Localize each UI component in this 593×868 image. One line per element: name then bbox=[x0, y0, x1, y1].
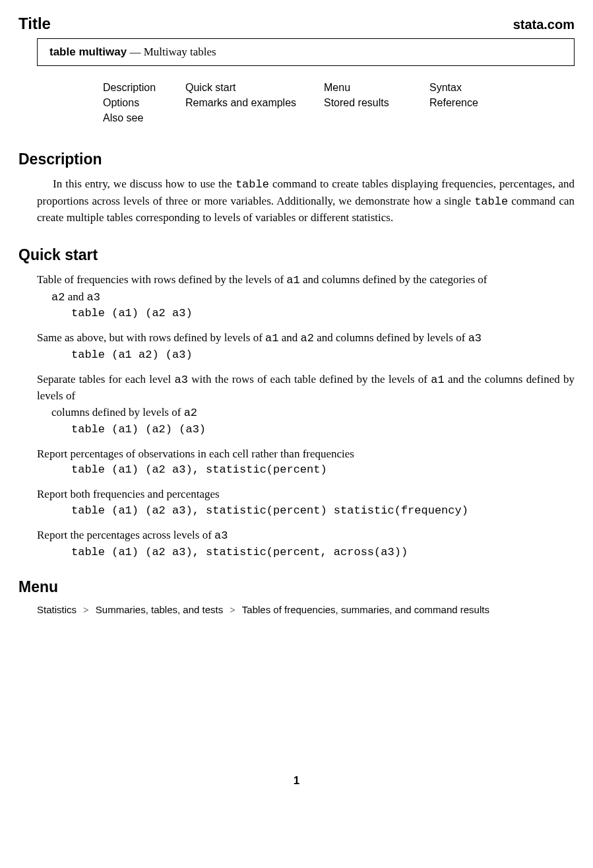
menu-segment: Summaries, tables, and tests bbox=[96, 604, 223, 615]
qs-code: table (a1) (a2 a3), statistic(percent, a… bbox=[37, 546, 575, 558]
quickstart-item: Report percentages of observations in ea… bbox=[37, 446, 575, 477]
desc-text: In this entry, we discuss how to use the bbox=[53, 178, 235, 190]
nav-remarks[interactable]: Remarks and examples bbox=[185, 97, 324, 109]
qs-desc: Report percentages of observations in ea… bbox=[37, 446, 575, 463]
desc-cmd: table bbox=[235, 178, 269, 191]
entry-separator: — bbox=[127, 46, 144, 58]
quickstart-item: Same as above, but with rows defined by … bbox=[37, 330, 575, 361]
title-box: table multiway — Multiway tables bbox=[37, 38, 575, 66]
quickstart-item: Report both frequencies and percentages … bbox=[37, 486, 575, 517]
nav-quick-start[interactable]: Quick start bbox=[185, 82, 324, 94]
qs-code: table (a1) (a2 a3), statistic(percent) s… bbox=[37, 504, 575, 517]
entry-command: table multiway bbox=[49, 46, 127, 58]
menu-separator-icon: > bbox=[226, 605, 239, 615]
page-number: 1 bbox=[18, 774, 575, 787]
brand-link[interactable]: stata.com bbox=[513, 17, 575, 32]
quickstart-item: Separate tables for each level a3 with t… bbox=[37, 372, 575, 436]
menu-segment: Tables of frequencies, summaries, and co… bbox=[242, 604, 489, 615]
menu-segment: Statistics bbox=[37, 604, 77, 615]
nav-syntax[interactable]: Syntax bbox=[429, 82, 509, 94]
qs-code: table (a1) (a2 a3) bbox=[37, 307, 575, 319]
nav-stored-results[interactable]: Stored results bbox=[324, 97, 429, 109]
nav-description[interactable]: Description bbox=[103, 82, 185, 94]
qs-code: table (a1 a2) (a3) bbox=[37, 349, 575, 361]
menu-separator-icon: > bbox=[79, 605, 92, 615]
qs-code: table (a1) (a2 a3), statistic(percent) bbox=[37, 463, 575, 476]
section-menu-heading: Menu bbox=[18, 578, 575, 596]
qs-desc: Report the percentages across levels of … bbox=[37, 527, 575, 545]
menu-path: Statistics > Summaries, tables, and test… bbox=[37, 604, 575, 616]
nav-menu[interactable]: Menu bbox=[324, 82, 429, 94]
desc-cmd: table bbox=[474, 195, 508, 208]
quickstart-item: Report the percentages across levels of … bbox=[37, 527, 575, 558]
nav-options[interactable]: Options bbox=[103, 97, 185, 109]
section-quickstart-heading: Quick start bbox=[18, 246, 575, 264]
nav-links: Description Quick start Menu Syntax Opti… bbox=[103, 82, 575, 124]
qs-desc: Table of frequencies with rows defined b… bbox=[37, 272, 575, 306]
qs-desc: Report both frequencies and percentages bbox=[37, 486, 575, 503]
description-paragraph: In this entry, we discuss how to use the… bbox=[37, 176, 575, 226]
title-row: Title stata.com bbox=[18, 15, 575, 33]
qs-desc: Same as above, but with rows defined by … bbox=[37, 330, 575, 347]
qs-desc: Separate tables for each level a3 with t… bbox=[37, 372, 575, 422]
title-label: Title bbox=[18, 15, 51, 33]
entry-subtitle: Multiway tables bbox=[144, 46, 216, 58]
qs-code: table (a1) (a2) (a3) bbox=[37, 423, 575, 436]
quickstart-item: Table of frequencies with rows defined b… bbox=[37, 272, 575, 319]
section-description-heading: Description bbox=[18, 150, 575, 168]
nav-reference[interactable]: Reference bbox=[429, 97, 509, 109]
nav-also-see[interactable]: Also see bbox=[103, 112, 185, 124]
